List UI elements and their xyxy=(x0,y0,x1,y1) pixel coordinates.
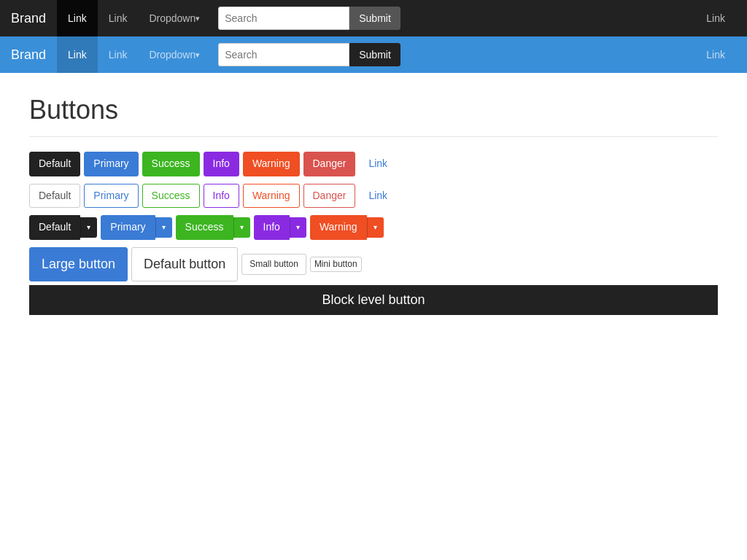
btn-info-outline[interactable]: Info xyxy=(204,184,239,209)
navbar-blue-search-input[interactable] xyxy=(218,43,349,66)
navbar-blue-dropdown-a[interactable]: Dropdown xyxy=(138,36,211,73)
navbar-dark-link2[interactable]: Link xyxy=(98,0,139,36)
navbar-dark-submit-button[interactable]: Submit xyxy=(349,7,400,30)
btn-default-split-main[interactable]: Default xyxy=(29,215,80,240)
btn-warning-solid[interactable]: Warning xyxy=(243,152,300,176)
navbar-blue-right-link[interactable]: Link xyxy=(695,36,736,73)
btn-small[interactable]: Small button xyxy=(241,254,306,275)
btn-link-solid[interactable]: Link xyxy=(359,152,397,176)
btn-warning-split-main[interactable]: Warning xyxy=(310,215,367,240)
navbar-dark-right-link[interactable]: Link xyxy=(695,0,736,36)
btn-info-split-main[interactable]: Info xyxy=(254,215,290,240)
navbar-blue-submit-button[interactable]: Submit xyxy=(349,43,400,66)
btn-group-warning: Warning ▾ xyxy=(310,215,384,240)
btn-default-size[interactable]: Default button xyxy=(131,247,238,281)
btn-warning-split-caret[interactable]: ▾ xyxy=(367,217,384,238)
navbar-blue-link2-a[interactable]: Link xyxy=(98,36,139,73)
btn-primary-outline[interactable]: Primary xyxy=(84,184,138,209)
main-content: Buttons Default Primary Success Info War… xyxy=(0,73,747,337)
navbar-dark-link1-a[interactable]: Link xyxy=(57,0,98,36)
navbar-dark-right: Link xyxy=(695,0,736,36)
navbar-dark: Brand Link Link Dropdown Submit Link xyxy=(0,0,747,36)
section-divider xyxy=(29,136,718,137)
navbar-dark-search-input[interactable] xyxy=(218,7,349,30)
navbar-blue-dropdown[interactable]: Dropdown xyxy=(138,36,211,73)
btn-success-outline[interactable]: Success xyxy=(142,184,200,209)
size-buttons-row: Large button Default button Small button… xyxy=(29,247,718,281)
btn-block-level[interactable]: Block level button xyxy=(29,285,718,315)
navbar-blue-brand[interactable]: Brand xyxy=(11,47,57,63)
btn-success-solid[interactable]: Success xyxy=(142,152,200,176)
btn-large[interactable]: Large button xyxy=(29,247,128,281)
navbar-blue-nav: Link Link Dropdown xyxy=(57,36,211,73)
navbar-dark-search-form: Submit xyxy=(218,7,400,30)
btn-primary-solid[interactable]: Primary xyxy=(84,152,138,176)
navbar-blue-link2[interactable]: Link xyxy=(98,36,139,73)
split-buttons-row: Default ▾ Primary ▾ Success ▾ Info ▾ War… xyxy=(29,215,718,240)
btn-group-info: Info ▾ xyxy=(254,215,306,240)
navbar-blue-right: Link xyxy=(695,36,736,73)
btn-info-solid[interactable]: Info xyxy=(204,152,239,176)
btn-default-split-caret[interactable]: ▾ xyxy=(80,217,97,238)
btn-danger-outline[interactable]: Danger xyxy=(303,184,356,209)
btn-success-split-main[interactable]: Success xyxy=(176,215,233,240)
outline-buttons-row: Default Primary Success Info Warning Dan… xyxy=(29,184,718,209)
navbar-dark-dropdown[interactable]: Dropdown xyxy=(138,0,211,36)
btn-group-default: Default ▾ xyxy=(29,215,97,240)
btn-warning-outline[interactable]: Warning xyxy=(243,184,300,209)
navbar-blue: Brand Link Link Dropdown Submit Link xyxy=(0,36,747,73)
btn-success-split-caret[interactable]: ▾ xyxy=(233,217,250,238)
btn-link-outline[interactable]: Link xyxy=(359,184,397,209)
navbar-blue-search-form: Submit xyxy=(218,43,400,66)
navbar-dark-link2-a[interactable]: Link xyxy=(98,0,139,36)
caret-primary: ▾ xyxy=(162,222,166,233)
navbar-blue-link1[interactable]: Link xyxy=(57,36,98,73)
caret-warning: ▾ xyxy=(374,222,377,233)
btn-default-solid[interactable]: Default xyxy=(29,152,80,176)
btn-primary-split-caret[interactable]: ▾ xyxy=(155,217,172,238)
caret-info: ▾ xyxy=(296,222,300,233)
navbar-dark-dropdown-a[interactable]: Dropdown xyxy=(138,0,211,36)
btn-default-outline[interactable]: Default xyxy=(29,184,80,209)
btn-info-split-caret[interactable]: ▾ xyxy=(290,217,306,238)
btn-primary-split-main[interactable]: Primary xyxy=(101,215,155,240)
navbar-dark-brand[interactable]: Brand xyxy=(11,11,57,26)
btn-group-primary: Primary ▾ xyxy=(101,215,171,240)
caret-success: ▾ xyxy=(240,222,244,233)
navbar-dark-link1[interactable]: Link xyxy=(57,0,98,36)
btn-danger-solid[interactable]: Danger xyxy=(303,152,356,176)
navbar-dark-nav: Link Link Dropdown xyxy=(57,0,211,36)
btn-group-success: Success ▾ xyxy=(176,215,250,240)
btn-mini[interactable]: Mini button xyxy=(310,257,362,272)
navbar-blue-link1-a[interactable]: Link xyxy=(57,36,98,73)
buttons-section-title: Buttons xyxy=(29,95,718,125)
caret-default: ▾ xyxy=(87,222,90,233)
solid-buttons-row: Default Primary Success Info Warning Dan… xyxy=(29,152,718,176)
